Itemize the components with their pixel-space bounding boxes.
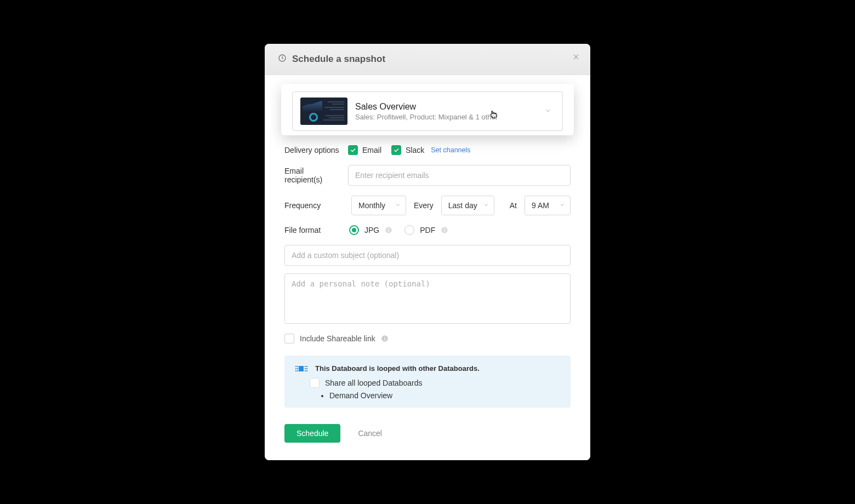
file-format-label: File format: [284, 226, 344, 234]
svg-rect-5: [444, 230, 445, 232]
svg-rect-8: [384, 338, 385, 340]
loop-heading: This Databoard is looped with other Data…: [315, 364, 480, 373]
shareable-label: Include Shareable link: [300, 334, 375, 343]
info-icon: [381, 335, 389, 342]
chevron-down-icon: [559, 201, 566, 210]
databoard-selector[interactable]: Sales Overview Sales: Profitwell, Produc…: [292, 91, 563, 131]
chevron-down-icon: [483, 201, 489, 210]
modal-body: Sales Overview Sales: Profitwell, Produc…: [265, 75, 590, 460]
set-channels-link[interactable]: Set channels: [431, 146, 470, 154]
subject-row: [284, 245, 571, 266]
schedule-button[interactable]: Schedule: [284, 424, 340, 443]
frequency-time-select[interactable]: 9 AM: [525, 196, 571, 215]
frequency-every-value: Last day: [448, 201, 477, 210]
recipients-input[interactable]: [348, 165, 571, 186]
modal-header: Schedule a snapshot: [265, 44, 590, 75]
delivery-options-label: Delivery options: [284, 146, 344, 154]
format-jpg-radio[interactable]: [349, 225, 359, 235]
looped-databoards-list: Demand Overview: [329, 391, 560, 400]
clock-icon: [278, 54, 287, 65]
format-jpg-label: JPG: [364, 226, 379, 234]
databoard-subtitle: Sales: Profitwell, Product: Mixpanel & 1…: [355, 113, 498, 121]
delivery-options-row: Delivery options Email Slack Set channel…: [284, 145, 571, 155]
svg-rect-2: [389, 230, 389, 232]
email-label: Email: [362, 146, 381, 154]
slack-label: Slack: [406, 146, 424, 154]
email-recipients-row: Email recipient(s): [284, 165, 571, 186]
frequency-label: Frequency: [284, 201, 344, 210]
frequency-every-select[interactable]: Last day: [441, 196, 494, 215]
note-row: [284, 273, 571, 326]
svg-rect-6: [444, 228, 445, 229]
at-label: At: [510, 201, 517, 210]
frequency-row: Frequency Monthly Every Last day At 9 AM: [284, 196, 571, 215]
format-pdf-radio[interactable]: [404, 225, 414, 235]
email-checkbox[interactable]: [348, 145, 358, 155]
frequency-period-select[interactable]: Monthly: [351, 196, 406, 215]
slack-checkbox[interactable]: [391, 145, 401, 155]
looped-item: Demand Overview: [329, 391, 560, 400]
info-icon: [441, 226, 448, 234]
note-textarea[interactable]: [284, 273, 571, 324]
databoard-title: Sales Overview: [355, 102, 498, 112]
file-format-row: File format JPG PDF: [284, 225, 571, 235]
looped-databoards-notice: This Databoard is looped with other Data…: [284, 356, 571, 408]
schedule-snapshot-modal: Schedule a snapshot Sales Overview Sales…: [265, 44, 590, 460]
shareable-checkbox[interactable]: [284, 334, 294, 343]
share-looped-checkbox[interactable]: [310, 378, 320, 388]
format-pdf-label: PDF: [420, 226, 435, 234]
every-label: Every: [414, 201, 434, 210]
subject-input[interactable]: [284, 245, 571, 266]
frequency-time-value: 9 AM: [532, 201, 549, 210]
email-recipients-label: Email recipient(s): [284, 167, 344, 184]
databoard-card: Sales Overview Sales: Profitwell, Produc…: [281, 84, 574, 135]
frequency-period-value: Monthly: [358, 201, 385, 210]
info-icon: [385, 226, 392, 234]
cancel-button[interactable]: Cancel: [355, 428, 385, 438]
share-looped-label: Share all looped Databoards: [325, 379, 422, 387]
modal-title: Schedule a snapshot: [292, 54, 385, 65]
chevron-down-icon: [395, 201, 401, 210]
svg-rect-9: [384, 337, 385, 337]
close-icon[interactable]: [572, 53, 580, 63]
chevron-down-icon: [545, 106, 551, 116]
modal-actions: Schedule Cancel: [284, 424, 571, 443]
carousel-icon: [295, 365, 307, 373]
svg-rect-3: [389, 228, 389, 229]
databoard-thumbnail: [300, 98, 347, 125]
shareable-link-row: Include Shareable link: [284, 334, 571, 343]
